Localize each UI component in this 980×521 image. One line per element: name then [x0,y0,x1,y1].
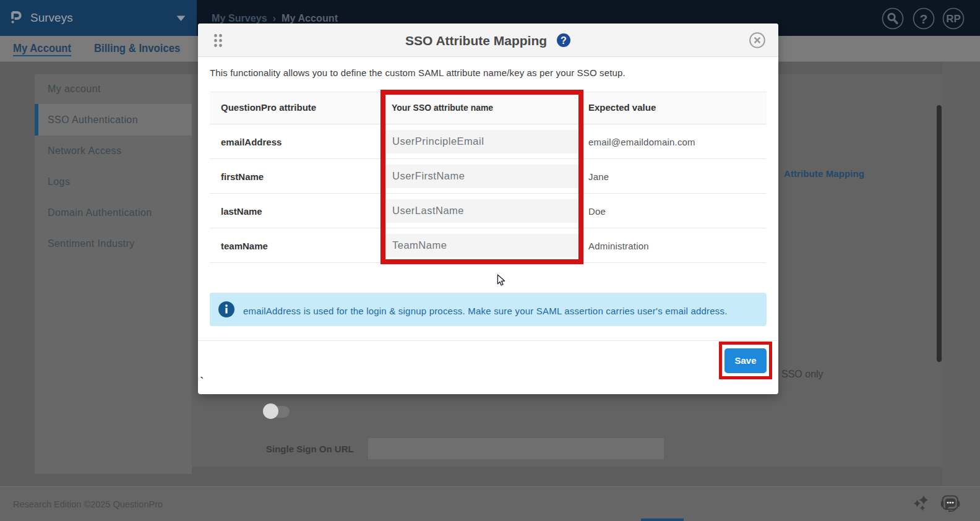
svg-text:?: ? [561,35,567,46]
svg-text:RP: RP [946,13,961,25]
svg-text:?: ? [920,12,928,26]
